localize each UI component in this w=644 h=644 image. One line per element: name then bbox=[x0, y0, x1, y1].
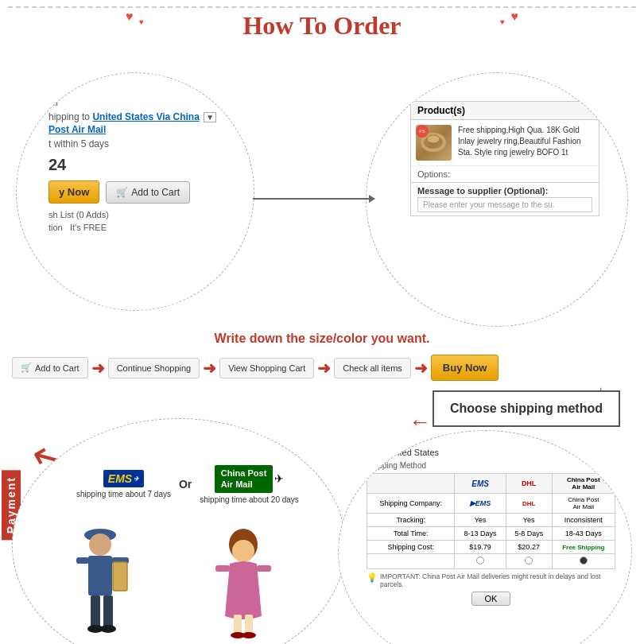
us-country: United States bbox=[367, 447, 439, 458]
dhl-tracking: Yes bbox=[506, 514, 552, 527]
bulb-icon: 💡 bbox=[367, 572, 378, 588]
svg-rect-8 bbox=[113, 562, 127, 591]
china-post-time-table: 18-43 Days bbox=[552, 527, 615, 541]
step-flow: 🛒 Add to Cart ➜ Continue Shopping ➜ View… bbox=[12, 355, 632, 381]
arrow-4: ➜ bbox=[414, 359, 428, 378]
options-line: Options: bbox=[411, 165, 599, 182]
product-circle: Product(s) FS Free shipping,High Qua. 18… bbox=[366, 72, 628, 327]
ems-radio-btn[interactable] bbox=[476, 557, 484, 564]
shipping-to-line: hipping to United States Via China ▼ Pos… bbox=[48, 111, 238, 135]
dhl-radio[interactable] bbox=[506, 554, 552, 569]
shipping-destination-link[interactable]: United States Via China bbox=[92, 111, 199, 122]
svg-point-1 bbox=[427, 135, 440, 143]
svg-point-14 bbox=[232, 540, 254, 562]
shipping-table-content: United States Shipping Method EMS DHL Ch… bbox=[339, 431, 631, 606]
china-post-radio-btn[interactable] bbox=[580, 557, 588, 564]
svg-point-4 bbox=[89, 533, 111, 556]
svg-point-20 bbox=[242, 632, 256, 638]
ems-section: EMS ✈ shipping time about 7 days bbox=[76, 470, 171, 499]
main-content: air hipping to United States Via China ▼… bbox=[0, 48, 644, 644]
svg-rect-10 bbox=[103, 596, 113, 627]
continue-shopping-step[interactable]: Continue Shopping bbox=[108, 358, 200, 378]
delivery-time: t within 5 days bbox=[48, 138, 238, 149]
view-cart-step[interactable]: View Shopping Cart bbox=[219, 358, 314, 378]
svg-rect-18 bbox=[245, 615, 253, 634]
check-items-step[interactable]: Check all items bbox=[334, 358, 411, 378]
message-input[interactable]: Please enter your message to the su. bbox=[417, 197, 592, 212]
comparison-table: EMS DHL China PostAir Mail Shipping Comp… bbox=[367, 473, 615, 569]
dropdown-arrow[interactable]: ▼ bbox=[204, 112, 216, 122]
arrow-3: ➜ bbox=[317, 359, 331, 378]
shipping-partial: air bbox=[48, 97, 238, 108]
ems-time-table: 8-13 Days bbox=[455, 527, 506, 541]
ok-button[interactable]: OK bbox=[471, 592, 511, 606]
svg-rect-16 bbox=[257, 565, 271, 572]
table-header-ems: EMS bbox=[455, 474, 506, 494]
add-to-cart-button[interactable]: 🛒 Add to Cart bbox=[106, 181, 190, 204]
choose-shipping-method-box: Choose shipping method bbox=[433, 390, 620, 427]
post-air-link[interactable]: Post Air Mail bbox=[48, 124, 238, 135]
ems-company: ▶EMS bbox=[455, 494, 506, 514]
product-header: Product(s) bbox=[411, 102, 599, 120]
add-to-cart-step[interactable]: 🛒 Add to Cart bbox=[12, 357, 88, 378]
shipping-method-label-table: Shipping Method bbox=[367, 461, 615, 470]
or-text: Or bbox=[179, 478, 192, 491]
dhl-time: 5-8 Days bbox=[506, 527, 552, 541]
price: 24 bbox=[48, 156, 238, 174]
china-post-section: China PostAir Mail ✈ shipping time about… bbox=[200, 465, 299, 504]
svg-rect-25 bbox=[367, 447, 374, 452]
ems-cost: $19.79 bbox=[455, 541, 506, 554]
connector-line bbox=[253, 198, 370, 200]
arrow-2: ➜ bbox=[203, 359, 216, 378]
cart-step-icon: 🛒 bbox=[21, 363, 32, 373]
table-row-tracking: Tracking: Yes Yes Inconsistent bbox=[367, 514, 615, 527]
svg-rect-15 bbox=[215, 565, 230, 572]
table-row-time: Total Time: 8-13 Days 5-8 Days 18-43 Day… bbox=[367, 527, 615, 541]
radio-label bbox=[367, 554, 455, 569]
ems-radio[interactable] bbox=[455, 554, 506, 569]
product-description: Free shipping,High Qua. 18K Gold Inlay j… bbox=[458, 125, 594, 161]
buy-now-button[interactable]: y Now bbox=[48, 180, 99, 204]
us-flag-svg bbox=[367, 447, 384, 458]
svg-rect-23 bbox=[367, 452, 384, 453]
ems-logo: EMS ✈ bbox=[103, 470, 144, 487]
table-row-radio bbox=[367, 554, 615, 569]
china-post-logo: China PostAir Mail bbox=[215, 465, 273, 493]
svg-point-12 bbox=[100, 625, 116, 633]
shipping-comparison-circle: United States Shipping Method EMS DHL Ch… bbox=[338, 430, 632, 644]
table-row-cost: Shipping Cost: $19.79 $20.27 Free Shippi… bbox=[367, 541, 615, 554]
china-post-tracking: Inconsistent bbox=[552, 514, 615, 527]
delivery-woman-svg bbox=[208, 529, 279, 640]
table-header-empty bbox=[367, 474, 455, 494]
table-header-dhl: DHL bbox=[506, 474, 552, 494]
buy-now-step[interactable]: Buy Now bbox=[431, 355, 499, 381]
china-post-company: China PostAir Mail bbox=[552, 494, 615, 514]
dhl-cost: $20.27 bbox=[506, 541, 552, 554]
cart-icon: 🛒 bbox=[116, 187, 128, 198]
free-ship-badge: FS bbox=[416, 125, 429, 138]
write-down-text: Write down the size/color you want. bbox=[215, 332, 430, 346]
shipping-to-label: hipping to bbox=[48, 111, 90, 122]
table-row-company: Shipping Company: ▶EMS DHL China PostAir… bbox=[367, 494, 615, 514]
important-note: 💡 IMPORTANT: China Post Air Mail deliver… bbox=[367, 572, 615, 588]
ems-time: shipping time about 7 days bbox=[76, 490, 171, 499]
svg-rect-17 bbox=[234, 615, 242, 634]
wishlist-line: sh List (0 Adds) bbox=[48, 210, 238, 219]
tracking-label: Tracking: bbox=[367, 514, 455, 527]
svg-rect-21 bbox=[367, 447, 384, 458]
product-panel: Product(s) FS Free shipping,High Qua. 18… bbox=[410, 101, 599, 216]
time-label: Total Time: bbox=[367, 527, 455, 541]
arrow-1: ➜ bbox=[91, 359, 105, 378]
company-label: Shipping Company: bbox=[367, 494, 455, 514]
ems-tracking: Yes bbox=[455, 514, 506, 527]
china-post-time: shipping time about 20 days bbox=[200, 495, 299, 504]
message-label: Message to supplier (Optional): bbox=[417, 186, 592, 196]
table-header-china-post: China PostAir Mail bbox=[552, 474, 615, 494]
product-image: FS bbox=[416, 125, 452, 161]
svg-rect-6 bbox=[76, 557, 89, 564]
dhl-radio-btn[interactable] bbox=[525, 557, 533, 564]
svg-rect-9 bbox=[91, 596, 100, 627]
message-section: Message to supplier (Optional): Please e… bbox=[411, 182, 599, 215]
china-post-radio[interactable] bbox=[552, 554, 615, 569]
arrow-left-shipping: ← bbox=[409, 409, 431, 435]
